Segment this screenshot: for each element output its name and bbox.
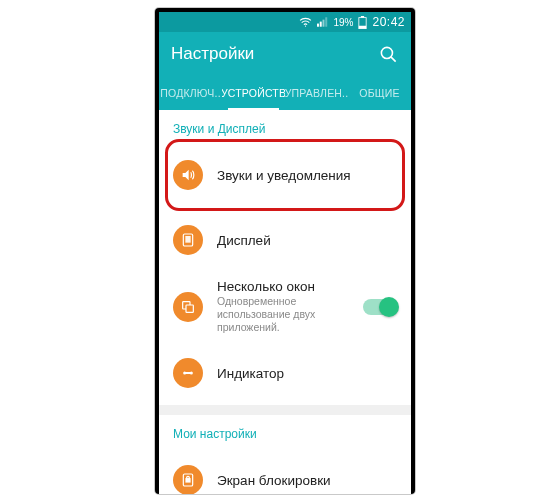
svg-line-9 [390,56,395,61]
svg-rect-11 [185,236,190,243]
phone-frame: 19% 20:42 Настройки [155,8,415,494]
multiwindow-toggle[interactable] [363,299,397,315]
row-subtitle: Одновременное использование двух приложе… [217,295,349,334]
svg-point-8 [381,47,392,58]
display-icon [173,225,203,255]
multiwindow-icon [173,292,203,322]
tab-connections[interactable]: ПОДКЛЮЧ.. [159,76,222,110]
svg-rect-4 [326,17,328,26]
svg-rect-2 [320,22,322,27]
tab-general[interactable]: ОБЩИЕ [348,76,411,110]
row-display[interactable]: Дисплей [159,207,411,272]
clock: 20:42 [372,15,405,29]
svg-rect-3 [323,20,325,27]
svg-rect-18 [186,479,190,482]
volume-icon [173,160,203,190]
content-scroll[interactable]: Звуки и Дисплей Звуки и уведомления [159,110,411,494]
battery-percentage: 19% [333,17,353,28]
signal-icon [317,17,328,27]
app-bar: Настройки [159,32,411,76]
row-multi-window[interactable]: Несколько окон Одновременное использован… [159,272,411,340]
tab-label: УСТРОЙСТВ [222,87,285,99]
row-title: Индикатор [217,366,397,381]
svg-rect-1 [317,24,319,27]
section-header: Звуки и Дисплей [159,110,411,142]
search-icon [379,45,398,64]
section-my-settings: Мои настройки Экран блокировки [159,415,411,494]
svg-point-0 [305,25,306,26]
tabs: ПОДКЛЮЧ.. УСТРОЙСТВ УПРАВЛЕН.. ОБЩИЕ [159,76,411,110]
svg-rect-13 [186,305,193,312]
tab-controls[interactable]: УПРАВЛЕН.. [285,76,348,110]
row-indicator[interactable]: Индикатор [159,340,411,405]
indicator-icon [173,358,203,388]
svg-rect-7 [359,25,366,28]
lockscreen-icon [173,465,203,494]
row-title: Дисплей [217,233,397,248]
search-button[interactable] [377,43,399,65]
row-title: Несколько окон [217,279,349,294]
tab-label: УПРАВЛЕН.. [285,87,348,99]
row-title: Звуки и уведомления [217,168,397,183]
status-bar: 19% 20:42 [159,12,411,32]
row-title: Экран блокировки [217,473,397,488]
tab-device[interactable]: УСТРОЙСТВ [222,76,285,110]
page-title: Настройки [171,44,254,64]
tab-label: ОБЩИЕ [359,87,399,99]
tab-label: ПОДКЛЮЧ.. [160,87,221,99]
battery-icon [358,16,367,29]
row-lock-screen[interactable]: Экран блокировки [159,447,411,494]
toggle-on-icon [363,299,397,315]
section-sounds-display: Звуки и Дисплей Звуки и уведомления [159,110,411,405]
row-sounds-notifications[interactable]: Звуки и уведомления [159,142,411,207]
svg-rect-16 [185,372,192,374]
section-header: Мои настройки [159,415,411,447]
wifi-icon [299,17,312,27]
